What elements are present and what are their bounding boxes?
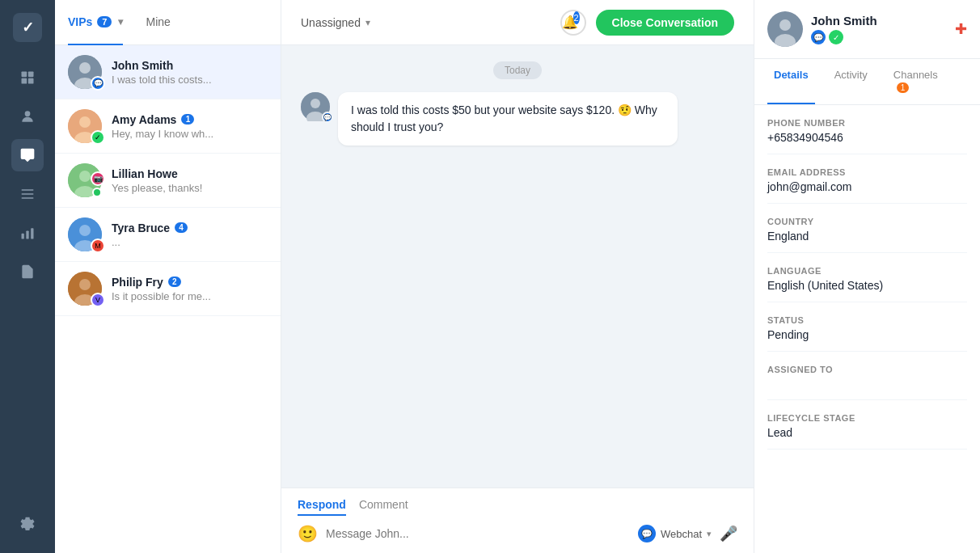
sidebar: ✓ [0,0,55,553]
emoji-icon[interactable]: 🙂 [298,524,318,543]
detail-value: john@gmail.com [767,180,967,204]
svg-rect-0 [22,72,27,78]
sidebar-item-analytics[interactable] [11,217,44,249]
sidebar-item-list[interactable] [11,178,44,210]
svg-point-15 [79,116,91,128]
channel-badge-gmail: M [91,239,105,253]
svg-rect-7 [22,197,34,199]
assign-label: Unassigned [301,16,361,29]
conversation-list: VIPs 7 ▾ Mine 💬 John Sm [55,0,281,553]
assign-button[interactable]: Unassigned ▾ [301,16,370,29]
tab-respond[interactable]: Respond [298,498,346,516]
avatar-wrap-tyra: M [68,217,102,251]
list-item[interactable]: 📷 Lillian Howe Yes please, thanks! [55,154,281,208]
online-indicator [92,188,102,197]
tab-comment[interactable]: Comment [359,498,408,516]
list-item[interactable]: ✓ Amy Adams 1 Hey, may I know wh... [55,99,281,154]
svg-rect-9 [26,231,28,239]
list-item[interactable]: M Tyra Bruce 4 ... [55,208,281,262]
chat-area: Unassigned ▾ 🔔 2 Close Conversation Toda… [281,0,754,553]
svg-point-18 [79,171,91,182]
detail-label: Country [767,217,967,226]
avatar-wrap-philip: V [68,272,102,306]
conv-name-row: John Smith [112,59,268,72]
message-bubble: I was told this costs $50 but your websi… [338,92,678,146]
unread-badge: 4 [175,222,188,233]
sidebar-bottom [11,508,44,540]
compose-tabs: Respond Comment [298,498,737,516]
detail-value: English (United States) [767,279,967,302]
compose-input-row: 🙂 💬 Webchat ▾ 🎤 [298,524,737,543]
channel-badge-chat: 💬 [91,76,105,91]
detail-value: England [767,230,967,253]
svg-point-4 [25,111,31,116]
svg-rect-1 [28,72,34,78]
unread-badge: 2 [168,276,181,287]
tab-vips-label: VIPs [68,15,92,28]
contact-channels: 💬 ✓ [811,30,877,44]
chat-compose: Respond Comment 🙂 💬 Webchat ▾ 🎤 [281,488,754,553]
conv-name-row: Philip Fry 2 [112,276,268,289]
tab-channels[interactable]: Channels 1 [887,59,954,104]
conv-preview: Yes please, thanks! [112,182,241,194]
message-input[interactable] [326,527,630,540]
avatar-wrap-amy: ✓ [68,109,102,143]
avatar-wrap-john: 💬 [68,55,102,89]
detail-language: Language English (United States) [767,266,967,302]
detail-label: Lifecycle Stage [767,413,967,423]
alarm-icon[interactable]: 🔔 2 [560,10,586,36]
sidebar-nav [11,61,44,508]
app-logo[interactable]: ✓ [13,13,42,42]
svg-rect-8 [22,234,24,239]
detail-country: Country England [767,217,967,253]
sidebar-item-documents[interactable] [11,255,44,288]
conversation-items: 💬 John Smith I was told this costs... [55,45,281,553]
sidebar-item-contacts[interactable] [11,100,44,133]
detail-value: +65834904546 [767,131,967,154]
tab-activity[interactable]: Activity [828,59,874,104]
list-item[interactable]: V Philip Fry 2 Is it possible for me... [55,262,281,316]
svg-point-12 [79,62,91,74]
tab-mine-label: Mine [146,15,170,28]
conv-preview: I was told this costs... [112,74,241,86]
conv-preview: Is it possible for me... [112,290,241,302]
sidebar-item-settings[interactable] [11,508,44,540]
msg-channel-badge: 💬 [322,112,333,123]
contact-channel-whatsapp: ✓ [829,30,843,44]
chat-header: Unassigned ▾ 🔔 2 Close Conversation [281,0,754,45]
detail-assigned: Assigned To [767,365,967,400]
detail-label: Status [767,315,967,325]
message-row: 💬 I was told this costs $50 but your web… [301,92,734,146]
mic-icon[interactable]: 🎤 [720,525,737,542]
contact-info: John Smith 💬 ✓ [811,14,877,44]
conv-info-lillian: Lillian Howe Yes please, thanks! [112,167,268,194]
svg-point-24 [79,279,91,290]
detail-label: Assigned To [767,365,967,374]
channel-label: Webchat [661,528,702,540]
webchat-channel-icon: 💬 [638,525,656,542]
conv-info-john: John Smith I was told this costs... [112,59,268,86]
channel-badge-viber: V [91,293,105,307]
channel-badge-whatsapp: ✓ [91,130,105,145]
sidebar-item-conversations[interactable] [11,139,44,171]
close-conversation-button[interactable]: Close Conversation [596,10,734,36]
list-item[interactable]: 💬 John Smith I was told this costs... [55,45,281,99]
svg-rect-10 [31,228,33,239]
svg-point-30 [779,19,791,31]
tab-vips[interactable]: VIPs 7 ▾ [68,0,123,45]
detail-label: Email Address [767,167,967,177]
channel-selector[interactable]: 💬 Webchat ▾ [638,525,712,542]
tab-vips-badge: 7 [97,16,112,27]
contact-header: John Smith 💬 ✓ ✚ [754,0,980,59]
detail-email: Email Address john@gmail.com [767,167,967,204]
channel-badge-instagram: 📷 [91,171,105,186]
tab-mine[interactable]: Mine [146,0,170,45]
chevron-down-icon: ▾ [118,16,123,27]
add-contact-icon[interactable]: ✚ [955,20,967,38]
conv-name: Philip Fry [112,276,163,289]
panel-content: Phone Number +65834904546 Email Address … [754,105,980,553]
message-avatar: 💬 [301,92,330,121]
sidebar-item-dashboard[interactable] [11,61,44,94]
conv-info-amy: Amy Adams 1 Hey, may I know wh... [112,113,268,140]
tab-details[interactable]: Details [767,59,815,104]
